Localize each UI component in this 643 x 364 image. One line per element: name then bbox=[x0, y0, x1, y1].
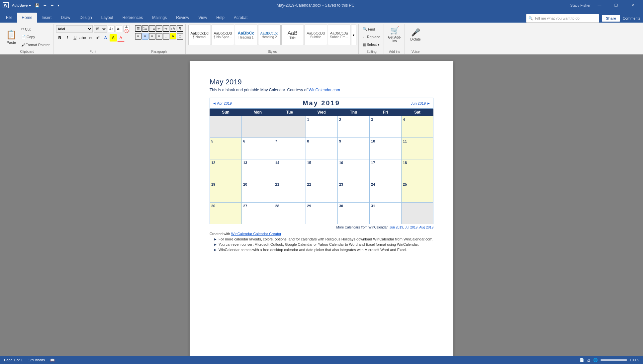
tab-insert[interactable]: Insert bbox=[37, 13, 56, 23]
zoom-slider[interactable] bbox=[600, 359, 627, 361]
cut-button[interactable]: ✂ Cut bbox=[20, 26, 51, 32]
cal-header-tue: Tue bbox=[274, 109, 306, 116]
superscript-btn[interactable]: x² bbox=[94, 34, 102, 42]
cal-cell-19: 19 bbox=[210, 181, 242, 203]
cal-cell-11: 11 bbox=[401, 138, 433, 159]
select-button[interactable]: ▦ Select ▾ bbox=[361, 42, 382, 47]
align-left-btn[interactable]: ≡ bbox=[135, 33, 141, 40]
tab-review[interactable]: Review bbox=[171, 13, 194, 23]
increase-indent-btn[interactable]: ⇒ bbox=[163, 25, 169, 32]
cal-date-19: 19 bbox=[211, 182, 215, 186]
borders-btn[interactable]: □ bbox=[177, 33, 183, 40]
cal-cell-22: 22 bbox=[306, 181, 337, 203]
cal-cell-empty-sun bbox=[210, 116, 242, 138]
text-highlight-btn[interactable]: A bbox=[110, 34, 117, 42]
editing-group: 🔍 Find ↔ Replace ▦ Select ▾ Editing bbox=[359, 24, 384, 54]
created-with-link[interactable]: WinCalendar Calendar Creator bbox=[231, 232, 281, 236]
underline-btn[interactable]: U bbox=[71, 34, 79, 42]
justify-btn[interactable]: ≡ bbox=[156, 33, 162, 40]
tab-design[interactable]: Design bbox=[75, 13, 96, 23]
dictate-button[interactable]: 🎤 Dictate bbox=[408, 25, 423, 45]
customize-qa-btn[interactable]: ▾ bbox=[56, 3, 61, 8]
close-btn[interactable]: ✕ bbox=[625, 0, 640, 11]
cal-link-jul[interactable]: Jul 2019 bbox=[405, 226, 417, 229]
increase-font-btn[interactable]: A↑ bbox=[108, 26, 115, 32]
cal-link-jun[interactable]: Jun 2019 bbox=[390, 226, 403, 229]
cal-header-sun: Sun bbox=[210, 109, 242, 116]
subscript-btn[interactable]: x₂ bbox=[87, 34, 94, 42]
minimize-btn[interactable]: — bbox=[592, 0, 607, 11]
multilevel-btn[interactable]: ⋮≡ bbox=[149, 25, 155, 32]
strikethrough-btn[interactable]: abc bbox=[79, 34, 86, 42]
cal-cell-1: 1 bbox=[306, 116, 337, 138]
tab-help[interactable]: Help bbox=[212, 13, 229, 23]
style-heading1-preview: AaBbCc bbox=[237, 31, 254, 36]
tab-view[interactable]: View bbox=[194, 13, 212, 23]
font-color-btn[interactable]: A bbox=[117, 34, 125, 42]
decrease-indent-btn[interactable]: ⇐ bbox=[156, 25, 162, 32]
decrease-font-btn[interactable]: A↓ bbox=[116, 26, 122, 32]
align-right-btn[interactable]: ≡ bbox=[149, 33, 155, 40]
replace-button[interactable]: ↔ Replace bbox=[361, 34, 382, 40]
get-addins-label: Get Add-ins bbox=[387, 36, 402, 43]
save-btn[interactable]: 💾 bbox=[34, 3, 41, 8]
tab-acrobat[interactable]: Acrobat bbox=[229, 13, 252, 23]
cal-date-25: 25 bbox=[403, 182, 407, 186]
cal-link-aug[interactable]: Aug 2019 bbox=[419, 226, 433, 229]
bold-btn[interactable]: B bbox=[56, 34, 63, 42]
comments-button[interactable]: Comments bbox=[623, 16, 640, 20]
font-size-select[interactable]: 15 bbox=[94, 25, 107, 33]
clear-format-btn[interactable]: A🚫 bbox=[123, 26, 130, 32]
style-subtitle[interactable]: AaBbCcDd Subtitle bbox=[305, 25, 327, 45]
show-hide-btn[interactable]: ¶ bbox=[177, 25, 183, 32]
style-heading2[interactable]: AaBbCcDd Heading 2 bbox=[258, 25, 281, 45]
style-title[interactable]: AaB Title bbox=[281, 25, 304, 45]
styles-more-btn[interactable]: ▾ bbox=[351, 25, 356, 45]
font-name-select[interactable]: Arial bbox=[56, 25, 93, 33]
cal-cell-21: 21 bbox=[274, 181, 306, 203]
tab-mailings[interactable]: Mailings bbox=[147, 13, 171, 23]
text-effects-btn[interactable]: A bbox=[102, 34, 109, 42]
italic-btn[interactable]: I bbox=[64, 34, 71, 42]
style-heading1[interactable]: AaBbCc Heading 1 bbox=[235, 25, 257, 45]
prev-month-link[interactable]: ◄ Apr 2019 bbox=[213, 101, 232, 105]
get-addins-button[interactable]: 🛒 Get Add-ins bbox=[387, 25, 403, 45]
style-no-spacing[interactable]: AaBbCcDd ¶ No Spac... bbox=[212, 25, 234, 45]
cal-week-2: 5 6 7 8 9 10 11 bbox=[210, 138, 433, 159]
tab-references[interactable]: References bbox=[118, 13, 147, 23]
next-month-link[interactable]: Jun 2019 ► bbox=[411, 101, 430, 105]
paste-button[interactable]: 📋 Paste bbox=[3, 27, 19, 47]
cal-date-5: 5 bbox=[211, 139, 213, 143]
style-subtle-em[interactable]: AaBbCcDd Subtle Em... bbox=[328, 25, 350, 45]
tab-file[interactable]: File bbox=[1, 13, 17, 23]
format-painter-button[interactable]: 🖌 Format Painter bbox=[20, 42, 51, 47]
autosave-toggle[interactable]: AutoSave ● bbox=[11, 3, 32, 8]
find-button[interactable]: 🔍 Find bbox=[361, 26, 382, 32]
copy-button[interactable]: 📄 Copy bbox=[20, 34, 51, 40]
cal-cell-empty-sat-end bbox=[401, 203, 433, 224]
proofing-icon[interactable]: 📖 bbox=[50, 358, 55, 362]
undo-btn[interactable]: ↩ bbox=[42, 3, 48, 8]
line-spacing-btn[interactable]: ↕ bbox=[163, 33, 169, 40]
numbering-btn[interactable]: 1≡ bbox=[142, 25, 148, 32]
align-center-btn[interactable]: ≡ bbox=[142, 33, 148, 40]
sort-btn[interactable]: ↕A bbox=[170, 25, 176, 32]
shading-btn[interactable]: A bbox=[170, 33, 176, 40]
subtitle-link[interactable]: WinCalendar.com bbox=[309, 88, 340, 92]
ribbon-search-box[interactable]: 🔍 Tell me what you want to do bbox=[526, 14, 599, 23]
style-no-spacing-preview: AaBbCcDd bbox=[214, 31, 232, 35]
bullets-btn[interactable]: ☰ bbox=[135, 25, 141, 32]
format-painter-icon: 🖌 bbox=[21, 43, 25, 47]
redo-btn[interactable]: ↪ bbox=[49, 3, 55, 8]
web-layout-btn[interactable]: 🌐 bbox=[593, 358, 598, 362]
share-button[interactable]: Share bbox=[602, 15, 620, 22]
style-normal[interactable]: AaBbCcDd ¶ Normal bbox=[188, 25, 211, 45]
restore-btn[interactable]: ❐ bbox=[608, 0, 624, 11]
cal-week-4: 19 20 21 22 23 24 25 bbox=[210, 181, 433, 203]
print-layout-btn[interactable]: 🖨 bbox=[587, 358, 591, 362]
tab-home[interactable]: Home bbox=[17, 13, 37, 23]
tab-draw[interactable]: Draw bbox=[56, 13, 75, 23]
status-right: 📄 🖨 🌐 100% bbox=[580, 358, 639, 362]
read-mode-btn[interactable]: 📄 bbox=[580, 358, 584, 362]
tab-layout[interactable]: Layout bbox=[97, 13, 118, 23]
